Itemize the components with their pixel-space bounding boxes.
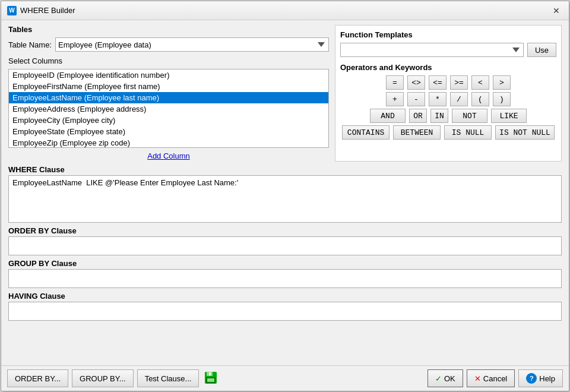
footer-left: ORDER BY... GROUP BY... Test Clause... xyxy=(7,369,219,387)
group-by-label: GROUP BY Clause xyxy=(8,259,562,268)
operator-button[interactable]: <= xyxy=(429,75,446,90)
order-by-textarea[interactable] xyxy=(8,236,562,255)
tables-panel: Tables Table Name: Employee (Employee da… xyxy=(8,25,329,162)
table-name-label: Table Name: xyxy=(8,40,52,49)
order-by-label: ORDER BY Clause xyxy=(8,226,562,235)
help-question-icon: ? xyxy=(526,373,537,384)
ok-checkmark-icon: ✓ xyxy=(435,374,442,383)
ok-label: OK xyxy=(444,374,455,383)
column-list-item[interactable]: EmployeeCity (Employee city) xyxy=(9,115,328,126)
help-label: Help xyxy=(539,374,555,383)
function-panel: Function Templates Use Operators and Key… xyxy=(335,25,562,162)
op-row-3: ANDORINNOTLIKE xyxy=(340,109,556,123)
having-section: HAVING Clause xyxy=(8,292,562,321)
operator-button[interactable]: <> xyxy=(407,75,425,90)
operator-button[interactable]: >= xyxy=(450,75,468,90)
operator-button[interactable]: IN xyxy=(430,109,448,123)
window-icon: W xyxy=(7,6,17,15)
window-title: WHERE Builder xyxy=(20,6,75,15)
save-icon[interactable] xyxy=(202,369,219,386)
column-list-item[interactable]: EmployeeFirstName (Employee first name) xyxy=(9,81,328,92)
order-by-section: ORDER BY Clause xyxy=(8,226,562,255)
op-row-2: +-*/() xyxy=(340,92,556,106)
function-template-select[interactable] xyxy=(340,43,524,57)
where-clause-label: WHERE Clause xyxy=(8,165,562,174)
where-builder-window: W WHERE Builder ✕ Tables Table Name: Emp… xyxy=(1,1,569,391)
function-input-row: Use xyxy=(340,43,556,57)
title-bar-left: W WHERE Builder xyxy=(7,6,75,15)
column-list-item[interactable]: EmployeeID (Employee identification numb… xyxy=(9,69,328,81)
column-list-item[interactable]: EmployeeZip (Employee zip code) xyxy=(9,137,328,148)
having-label: HAVING Clause xyxy=(8,292,562,301)
title-bar: W WHERE Builder ✕ xyxy=(1,1,569,20)
table-name-row: Table Name: Employee (Employee data) xyxy=(8,37,329,52)
svg-rect-2 xyxy=(209,372,211,375)
add-column-link[interactable]: Add Column xyxy=(8,150,329,162)
having-textarea[interactable] xyxy=(8,302,562,321)
operator-button[interactable]: OR xyxy=(409,109,427,123)
footer-right: ✓ OK ✕ Cancel ? Help xyxy=(428,369,563,387)
operator-button[interactable]: IS NOT NULL xyxy=(495,125,555,140)
operator-button[interactable]: LIKE xyxy=(491,109,527,123)
operators-grid: =<><=>=<> +-*/() ANDORINNOTLIKE CONTAINS… xyxy=(340,75,556,140)
operator-button[interactable]: ) xyxy=(493,92,511,106)
ok-button[interactable]: ✓ OK xyxy=(428,369,463,387)
operator-button[interactable]: AND xyxy=(370,109,406,123)
column-list-item[interactable]: EmployeeLastName (Employee last name) xyxy=(9,92,328,103)
test-clause-button[interactable]: Test Clause... xyxy=(137,369,200,387)
operator-button[interactable]: * xyxy=(429,92,446,106)
help-button[interactable]: ? Help xyxy=(518,369,563,387)
operator-button[interactable]: < xyxy=(471,75,489,90)
operators-label: Operators and Keywords xyxy=(340,63,556,72)
operator-button[interactable]: - xyxy=(407,92,425,106)
cancel-x-icon: ✕ xyxy=(474,374,481,383)
where-clause-section: WHERE Clause xyxy=(8,165,562,223)
use-button[interactable]: Use xyxy=(527,43,556,57)
select-columns-label: Select Columns xyxy=(8,56,329,65)
operator-button[interactable]: BETWEEN xyxy=(393,125,441,140)
column-list-item[interactable]: EmployeeAddress (Employee address) xyxy=(9,103,328,115)
order-by-button[interactable]: ORDER BY... xyxy=(7,369,68,387)
cancel-label: Cancel xyxy=(483,374,507,383)
op-row-1: =<><=>=<> xyxy=(340,75,556,90)
column-list-item[interactable]: EmployeeState (Employee state) xyxy=(9,126,328,137)
group-by-textarea[interactable] xyxy=(8,269,562,288)
cancel-button[interactable]: ✕ Cancel xyxy=(467,369,515,387)
svg-rect-4 xyxy=(207,378,214,382)
table-name-select[interactable]: Employee (Employee data) xyxy=(55,37,329,52)
op-row-4: CONTAINSBETWEENIS NULLIS NOT NULL xyxy=(340,125,556,140)
operator-button[interactable]: CONTAINS xyxy=(342,125,390,140)
top-section: Tables Table Name: Employee (Employee da… xyxy=(8,25,562,162)
operator-button[interactable]: / xyxy=(450,92,468,106)
operator-button[interactable]: IS NULL xyxy=(444,125,492,140)
operator-button[interactable]: + xyxy=(386,92,404,106)
group-by-section: GROUP BY Clause xyxy=(8,259,562,288)
operator-button[interactable]: > xyxy=(493,75,511,90)
operator-button[interactable]: = xyxy=(386,75,404,90)
footer: ORDER BY... GROUP BY... Test Clause... ✓… xyxy=(1,365,569,391)
close-button[interactable]: ✕ xyxy=(550,4,563,17)
operator-button[interactable]: ( xyxy=(471,92,489,106)
columns-list[interactable]: EmployeeID (Employee identification numb… xyxy=(8,69,329,148)
operator-button[interactable]: NOT xyxy=(452,109,487,123)
function-templates-label: Function Templates xyxy=(340,30,556,39)
tables-section-label: Tables xyxy=(8,25,329,34)
group-by-button[interactable]: GROUP BY... xyxy=(72,369,134,387)
where-clause-textarea[interactable] xyxy=(8,175,562,223)
main-content: Tables Table Name: Employee (Employee da… xyxy=(1,20,569,365)
